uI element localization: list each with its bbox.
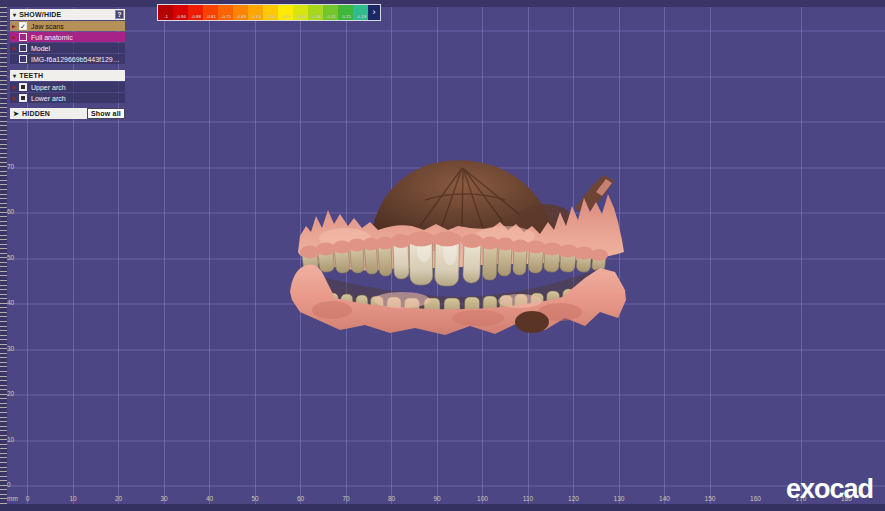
expand-arrow-icon[interactable]: ▶ [12, 85, 19, 90]
ruler-number: 50 [251, 496, 258, 503]
colorbar-segment: -0.56 [263, 5, 278, 20]
colorbar-segment: -0.38 [308, 5, 323, 20]
ruler-number: 20 [115, 496, 122, 503]
layer-row-upper-arch[interactable]: ▶ Upper arch [10, 82, 125, 92]
distance-colorbar: -1-0.94-0.88-0.81-0.75-0.69-0.63-0.56-0.… [157, 4, 381, 21]
jaw-scans-checkbox[interactable]: ✓ [19, 22, 27, 30]
scan-artifact [515, 311, 549, 333]
ruler-number: 10 [7, 437, 14, 444]
colorbar-tick-label: -0.75 [221, 13, 231, 18]
left-ruler [0, 7, 7, 504]
colorbar-segment: -0.44 [293, 5, 308, 20]
ruler-number: 110 [523, 496, 533, 503]
colorbar-tick-label: -1 [164, 13, 168, 18]
model-checkbox[interactable] [19, 44, 27, 52]
colorbar-segment: -1 [158, 5, 173, 20]
ruler-number: 130 [614, 496, 625, 503]
colorbar-segments: -1-0.94-0.88-0.81-0.75-0.69-0.63-0.56-0.… [158, 5, 368, 20]
ruler-number: 50 [7, 255, 14, 262]
layer-panel: ▾ SHOW/HIDE ? ▶ ✓ Jaw scans ▶ Full anato… [10, 9, 125, 119]
ruler-number: 160 [750, 496, 761, 503]
colorbar-tick-label: -0.88 [191, 13, 201, 18]
colorbar-segment: -0.75 [218, 5, 233, 20]
colorbar-tick-label: -0.31 [326, 13, 336, 18]
row-label: IMG-f6a129669b5443f1290271dc… [31, 56, 123, 63]
colorbar-segment: -0.88 [188, 5, 203, 20]
row-label: Model [31, 45, 123, 52]
hidden-header[interactable]: ➤ HIDDEN Show all [10, 108, 125, 119]
colorbar-tick-label: -0.19 [356, 13, 366, 18]
colorbar-tick-label: -0.94 [176, 13, 186, 18]
ruler-number: 120 [568, 496, 579, 503]
ruler-number: 0 [7, 482, 11, 489]
exocad-window: 0102030405060708090100110120130140150160… [0, 0, 885, 511]
colorbar-segment: -0.69 [233, 5, 248, 20]
teeth-title: TEETH [19, 72, 43, 79]
colorbar-segment: -0.81 [203, 5, 218, 20]
ruler-number: 60 [297, 496, 304, 503]
ruler-number: 100 [477, 496, 488, 503]
bottom-bar [0, 504, 885, 511]
layer-row-model[interactable]: ▶ Model [10, 43, 125, 53]
colorbar-tick-label: -0.63 [251, 13, 261, 18]
teeth-header[interactable]: ▾ TEETH [10, 70, 125, 81]
layer-row-lower-arch[interactable]: ▶ Lower arch [10, 93, 125, 103]
colorbar-segment: -0.94 [173, 5, 188, 20]
colorbar-tick-label: -0.81 [206, 13, 216, 18]
colorbar-tick-label: -0.69 [236, 13, 246, 18]
img-scan-checkbox[interactable] [19, 55, 27, 63]
ruler-number: 70 [7, 164, 14, 171]
ruler-number: 150 [705, 496, 716, 503]
expand-arrow-icon[interactable]: ▶ [12, 24, 19, 29]
ruler-number: 10 [69, 496, 76, 503]
colorbar-segment: -0.25 [338, 5, 353, 20]
colorbar-tick-label: -0.44 [296, 13, 306, 18]
collapse-icon: ▾ [13, 72, 16, 79]
colorbar-segment: -0.5 [278, 5, 293, 20]
upper-arch-checkbox[interactable] [19, 83, 27, 91]
row-label: Lower arch [31, 95, 123, 102]
ruler-number: 80 [388, 496, 395, 503]
expand-icon: ➤ [13, 110, 19, 118]
ruler-number: 40 [206, 496, 213, 503]
show-all-button[interactable]: Show all [87, 108, 125, 119]
ruler-number: 90 [433, 496, 440, 503]
ruler-number: 30 [160, 496, 167, 503]
colorbar-tick-label: -0.56 [266, 13, 276, 18]
layer-row-jaw-scans[interactable]: ▶ ✓ Jaw scans [10, 21, 125, 31]
unit-label: mm [7, 495, 18, 502]
ruler-number: 70 [342, 496, 349, 503]
ruler-number: 60 [7, 209, 14, 216]
show-hide-title: SHOW/HIDE [19, 11, 61, 18]
expand-arrow-icon[interactable]: ▶ [12, 35, 19, 40]
colorbar-next-button[interactable]: › [368, 5, 380, 20]
show-hide-header[interactable]: ▾ SHOW/HIDE ? [10, 9, 125, 20]
help-button[interactable]: ? [115, 10, 124, 19]
collapse-icon: ▾ [13, 11, 16, 18]
colorbar-segment: -0.63 [248, 5, 263, 20]
ruler-number: 140 [659, 496, 670, 503]
colorbar-tick-label: -0.38 [311, 13, 321, 18]
ruler-number: 0 [26, 496, 30, 503]
full-anatomic-checkbox[interactable] [19, 33, 27, 41]
top-ruler-strip [0, 0, 885, 7]
layer-row-img-scan[interactable]: IMG-f6a129669b5443f1290271dc… [10, 54, 125, 64]
hidden-title: HIDDEN [22, 110, 50, 117]
ruler-number: 40 [7, 300, 14, 307]
row-label: Full anatomic [31, 34, 123, 41]
colorbar-segment: -0.19 [353, 5, 368, 20]
expand-arrow-icon[interactable]: ▶ [12, 96, 19, 101]
ruler-number: 20 [7, 391, 14, 398]
ruler-number: 30 [7, 346, 14, 353]
expand-arrow-icon[interactable]: ▶ [12, 46, 19, 51]
dental-scan-model[interactable] [0, 0, 885, 511]
exocad-logo: exocad [786, 476, 873, 503]
colorbar-segment: -0.31 [323, 5, 338, 20]
layer-row-full-anatomic[interactable]: ▶ Full anatomic [10, 32, 125, 42]
colorbar-tick-label: -0.25 [341, 13, 351, 18]
row-label: Upper arch [31, 84, 123, 91]
colorbar-tick-label: -0.5 [282, 13, 289, 18]
lower-arch-checkbox[interactable] [19, 94, 27, 102]
row-label: Jaw scans [31, 23, 123, 30]
